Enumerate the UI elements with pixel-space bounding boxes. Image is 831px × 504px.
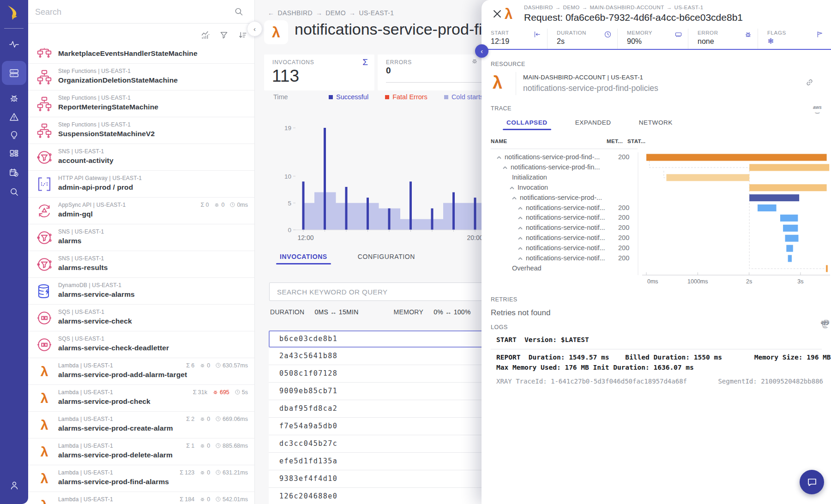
chevron-up-icon[interactable] xyxy=(518,226,523,230)
log-xray-line[interactable]: XRAY TraceId: 1-641c27b0-5d3f046d50fac18… xyxy=(496,378,823,385)
resource-list-item[interactable]: λLambda | US-EAST-1Σ1840542.01ms xyxy=(28,492,254,504)
sidebar-item-search[interactable] xyxy=(2,180,26,204)
successful-spike-bar[interactable] xyxy=(388,208,391,230)
metrics-chart-icon[interactable] xyxy=(201,30,210,40)
trace-row[interactable]: notifications-service-notif...200 xyxy=(482,243,638,253)
chevron-up-icon[interactable] xyxy=(518,206,523,210)
chevron-up-icon[interactable] xyxy=(518,216,523,220)
successful-spike-bar[interactable] xyxy=(409,181,412,230)
resource-list-item[interactable]: Step Functions | US-EAST-1ReportMetering… xyxy=(28,90,254,117)
resource-list-item[interactable]: Step Functions | US-EAST-1SuspensionStat… xyxy=(28,117,254,144)
waterfall-bar[interactable] xyxy=(758,204,777,211)
duration-filter-value[interactable]: 0MS ↔ 15MIN xyxy=(314,308,358,316)
back-arrow-icon[interactable]: ← xyxy=(268,9,274,17)
breadcrumb-item[interactable]: DEMO xyxy=(563,5,580,10)
sort-icon[interactable] xyxy=(238,30,247,40)
resource-list-item[interactable]: SNS | US-EAST-1alarms xyxy=(28,224,254,251)
chevron-up-icon[interactable] xyxy=(510,186,514,190)
trace-row[interactable]: notifications-service-notif...200 xyxy=(482,223,638,233)
close-icon[interactable] xyxy=(489,7,502,20)
successful-spike-bar[interactable] xyxy=(474,198,476,230)
waterfall-bar[interactable] xyxy=(786,245,793,252)
successful-spike-bar[interactable] xyxy=(452,192,455,230)
trace-row[interactable]: Invocation xyxy=(482,183,638,193)
breadcrumb-item[interactable]: DASHBIRD xyxy=(277,9,313,17)
waterfall-bar[interactable] xyxy=(666,174,749,181)
breadcrumb-item[interactable]: DEMO xyxy=(325,9,346,17)
dashbird-logo-icon[interactable] xyxy=(6,5,23,22)
trace-row[interactable]: notifications-service-prod-find-...200 xyxy=(482,152,638,162)
breadcrumb-item[interactable]: US-EAST-1 xyxy=(674,5,704,10)
successful-spike-bar[interactable] xyxy=(302,181,305,230)
memory-filter-value[interactable]: 0% ↔ 100% xyxy=(434,308,471,316)
trace-row[interactable]: notifications-service-notif...200 xyxy=(482,253,638,264)
trace-row[interactable]: Overhead xyxy=(482,264,638,274)
sidebar-item-activity[interactable] xyxy=(2,32,26,56)
resource-list-item[interactable]: Step Functions | US-EAST-1OrganizationDe… xyxy=(28,64,254,90)
sidebar-item-resources[interactable] xyxy=(2,61,26,85)
tab-configuration[interactable]: CONFIGURATION xyxy=(358,253,415,264)
resource-list-item[interactable]: AppSync API | US-EAST-1admin-gqlΣ000ms xyxy=(28,198,254,224)
log-report-line-2[interactable]: Max Memory Used: 176 MB Init Duration: 1… xyxy=(496,364,694,371)
trace-row[interactable]: notifications-service-notif...200 xyxy=(482,213,638,223)
collapse-resource-panel-button[interactable]: ‹ xyxy=(247,21,262,36)
trace-row[interactable]: notifications-service-notif...200 xyxy=(482,233,638,243)
legend-item-successful[interactable]: Successful xyxy=(329,93,368,101)
waterfall-bar[interactable] xyxy=(785,235,799,242)
resource-list-item[interactable]: λLambda | US-EAST-1alarms-service-prod-c… xyxy=(28,412,254,438)
resource-list-item[interactable]: λLambda | US-EAST-1alarms-service-prod-d… xyxy=(28,438,254,465)
waterfall-bar[interactable] xyxy=(749,164,829,171)
trace-row[interactable]: Initialization xyxy=(482,173,638,183)
waterfall-bar[interactable] xyxy=(780,215,798,222)
chevron-up-icon[interactable] xyxy=(518,246,523,251)
resource-list-item[interactable]: λLambda | US-EAST-1alarms-service-prod-f… xyxy=(28,465,254,492)
tab-invocations[interactable]: INVOCATIONS xyxy=(280,253,327,264)
waterfall-bar[interactable] xyxy=(646,154,827,161)
resource-list-item[interactable]: λLambda | US-EAST-1alarms-service-prod-c… xyxy=(28,385,254,412)
aws-icon[interactable]: aws‿ xyxy=(813,105,822,112)
waterfall-bar[interactable] xyxy=(826,265,828,272)
resource-list-item[interactable]: DynamoDB | US-EAST-1alarms-service-alarm… xyxy=(28,278,254,305)
trace-row[interactable]: notifications-service-prod-fin... xyxy=(482,162,638,173)
resource-list-item[interactable]: HTTP API Gateway | US-EAST-1admin-api-pr… xyxy=(28,171,254,198)
trace-row[interactable]: notifications-service-prod-... xyxy=(482,193,638,203)
chevron-up-icon[interactable] xyxy=(518,236,523,240)
trace-row[interactable]: notifications-service-notif...200 xyxy=(482,203,638,213)
successful-spike-bar[interactable] xyxy=(367,198,369,230)
log-report-line-1[interactable]: REPORT Duration: 1549.57 ms Billed Durat… xyxy=(496,354,831,361)
waterfall-bar[interactable] xyxy=(788,255,792,262)
breadcrumb-item[interactable]: US-EAST-1 xyxy=(359,9,394,17)
chevron-up-icon[interactable] xyxy=(497,155,501,160)
waterfall-bar[interactable] xyxy=(749,184,827,191)
chevron-up-icon[interactable] xyxy=(518,256,523,261)
trace-tab-expanded[interactable]: EXPANDED xyxy=(575,119,611,130)
resource-name[interactable]: notifications-service-prod-find-policies xyxy=(523,84,658,93)
legend-item-cold-starts[interactable]: Cold starts xyxy=(444,93,483,101)
resource-list-item[interactable]: λLambda | US-EAST-1alarms-service-prod-a… xyxy=(28,358,254,385)
chevron-up-icon[interactable] xyxy=(503,165,507,170)
aws-icon[interactable]: aws‿ xyxy=(821,320,830,326)
waterfall-bar[interactable] xyxy=(749,194,799,201)
successful-spike-bar[interactable] xyxy=(324,128,326,230)
link-icon[interactable] xyxy=(805,78,814,87)
chat-support-button[interactable] xyxy=(800,470,824,494)
invocation-search-input[interactable] xyxy=(276,285,509,299)
trace-tab-collapsed[interactable]: COLLAPSED xyxy=(506,119,548,130)
waterfall-bar[interactable] xyxy=(783,225,798,232)
trace-tab-network[interactable]: NETWORK xyxy=(639,119,673,130)
successful-spike-bar[interactable] xyxy=(431,208,434,230)
successful-spike-bar[interactable] xyxy=(345,187,348,230)
resource-list-item[interactable]: SQS | US-EAST-1alarms-service-check-dead… xyxy=(28,331,254,358)
breadcrumb[interactable]: ←DASHBIRD→DEMO→US-EAST-1 xyxy=(265,9,394,17)
breadcrumb-item[interactable]: MAIN-DASHBIRD-ACCOUNT xyxy=(590,5,664,10)
filter-icon[interactable] xyxy=(219,30,229,40)
chevron-up-icon[interactable] xyxy=(512,196,517,200)
legend-item-fatal-errors[interactable]: Fatal Errors xyxy=(385,93,428,101)
resource-search-input[interactable] xyxy=(34,4,235,20)
resource-list-item[interactable]: SQS | US-EAST-1alarms-service-check xyxy=(28,305,254,331)
breadcrumb-item[interactable]: DASHBIRD xyxy=(524,5,553,10)
breadcrumb[interactable]: DASHBIRD→DEMO→MAIN-DASHBIRD-ACCOUNT→US-E… xyxy=(524,5,704,10)
resource-list-item[interactable]: SNS | US-EAST-1account-activity xyxy=(28,144,254,171)
log-start-line[interactable]: START Version: $LATEST xyxy=(496,336,589,343)
collapse-request-panel-button[interactable]: ‹ xyxy=(475,44,488,58)
